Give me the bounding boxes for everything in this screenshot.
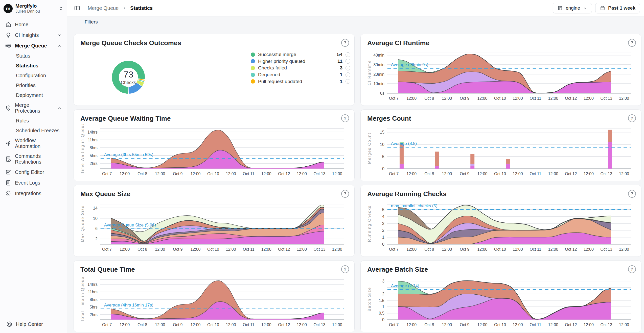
donut-slice-dequeued[interactable] — [141, 80, 141, 81]
donut-slice-higher-priority-queued[interactable] — [129, 85, 139, 90]
sidebar-item-label: Home — [15, 22, 28, 28]
help-icon[interactable] — [341, 265, 349, 273]
svg-text:12:00: 12:00 — [513, 323, 523, 327]
svg-text:12:00: 12:00 — [297, 323, 307, 327]
svg-text:5hrs: 5hrs — [90, 153, 98, 158]
donut-slice-checks-failed[interactable] — [139, 82, 141, 84]
filters-bar[interactable]: Filters — [67, 16, 644, 28]
svg-text:12:00: 12:00 — [406, 247, 417, 251]
mergify-logo-icon: m — [4, 4, 13, 13]
svg-text:12:00: 12:00 — [584, 172, 594, 176]
help-icon[interactable] — [341, 114, 349, 122]
chevron-down-icon — [57, 33, 62, 38]
svg-text:12:00: 12:00 — [513, 172, 523, 176]
sidebar-item-label: Scheduled Freezes — [16, 128, 59, 134]
svg-text:Oct 11: Oct 11 — [530, 96, 541, 100]
sidebar-item-label: Configuration — [16, 73, 46, 79]
svg-text:12:00: 12:00 — [261, 247, 271, 251]
help-center-link[interactable]: Help Center — [0, 315, 67, 333]
sidebar-item-configuration[interactable]: Configuration — [3, 71, 64, 81]
svg-text:12:00: 12:00 — [548, 323, 558, 327]
info-icon[interactable] — [346, 59, 350, 64]
svg-text:Merges Count: Merges Count — [367, 133, 372, 164]
sidebar-item-deployment[interactable]: Deployment — [3, 90, 64, 100]
svg-text:Oct 7: Oct 7 — [102, 172, 112, 176]
svg-text:12:00: 12:00 — [120, 323, 130, 327]
sidebar-nav: HomeCI InsightsMerge QueueStatusStatisti… — [0, 16, 67, 199]
help-icon[interactable] — [341, 39, 349, 47]
chevron-right-icon — [122, 6, 127, 10]
batch-size-chart[interactable]: 00.511.523Oct 712:00Oct 812:00Oct 912:00… — [367, 275, 635, 330]
time-range-button[interactable]: Past 1 week — [595, 3, 640, 13]
legend-item-dequeued[interactable]: Dequeued1 — [251, 71, 350, 78]
merges-count-chart[interactable]: 051015Oct 712:00Oct 812:00Oct 912:00Oct … — [367, 124, 635, 180]
svg-text:2hrs: 2hrs — [90, 313, 98, 317]
sidebar-item-home[interactable]: Home — [3, 19, 64, 30]
legend-item-higher-priority-queued[interactable]: Higher priority queued11 — [251, 58, 350, 65]
sidebar-item-event-logs[interactable]: Event Logs — [3, 177, 64, 188]
shield-icon — [5, 105, 12, 111]
sidebar-item-merge-queue[interactable]: Merge Queue — [3, 40, 64, 51]
svg-text:10: 10 — [380, 142, 384, 147]
sidebar-item-statistics[interactable]: Statistics — [3, 61, 64, 71]
legend-item-checks-failed[interactable]: Checks failed3 — [251, 65, 350, 71]
info-icon[interactable] — [346, 79, 350, 84]
help-icon[interactable] — [628, 39, 636, 47]
legend-item-successful-merge[interactable]: Successful merge54 — [251, 51, 350, 58]
queue-waiting-time-chart[interactable]: 2hrs5hrs8hrs11hrs14hrsOct 712:00Oct 812:… — [80, 124, 348, 180]
sidebar-toggle-icon[interactable] — [74, 5, 80, 11]
sidebar-item-workflow-automation[interactable]: Workflow Automation — [3, 136, 64, 151]
svg-text:Oct 9: Oct 9 — [173, 323, 182, 327]
svg-text:12:00: 12:00 — [190, 323, 200, 327]
svg-text:Oct 13: Oct 13 — [600, 96, 612, 100]
svg-text:12:00: 12:00 — [226, 323, 236, 327]
legend-item-pull-request-updated[interactable]: Pull request updated1 — [251, 78, 350, 85]
breadcrumb-parent[interactable]: Merge Queue — [88, 5, 119, 11]
svg-text:0.5: 0.5 — [379, 311, 384, 315]
ci-runtime-chart[interactable]: 0s10min20min30min40minOct 712:00Oct 812:… — [367, 49, 635, 104]
svg-text:12:00: 12:00 — [226, 247, 236, 251]
info-icon[interactable] — [346, 52, 350, 57]
org-switcher[interactable]: m Mergifyio Julien Danjou — [0, 0, 67, 16]
info-icon[interactable] — [346, 66, 350, 70]
total-queue-time-chart[interactable]: 2hrs5hrs8hrs11hrs14hrsOct 712:00Oct 812:… — [80, 275, 348, 330]
svg-text:12:00: 12:00 — [332, 172, 342, 176]
info-icon[interactable] — [346, 72, 350, 77]
chevron-down-icon — [583, 6, 587, 10]
chevron-updown-icon — [58, 6, 64, 11]
donut-slice-pull-request-updated[interactable] — [141, 79, 141, 80]
sidebar-item-config-editor[interactable]: Config Editor — [3, 167, 64, 177]
sidebar-item-integrations[interactable]: Integrations — [3, 188, 64, 199]
sidebar-item-scheduled-freezes[interactable]: Scheduled Freezes — [3, 126, 64, 136]
svg-text:12:00: 12:00 — [120, 247, 130, 251]
svg-text:12:00: 12:00 — [155, 247, 165, 251]
panel-average-batch-size: Average Batch Size 00.511.523Oct 712:00O… — [360, 260, 641, 332]
help-icon[interactable] — [628, 190, 636, 198]
sidebar-item-commands-restrictions[interactable]: Commands Restrictions — [3, 151, 64, 167]
queue-icon — [5, 42, 12, 49]
svg-text:Oct 11: Oct 11 — [243, 172, 255, 176]
help-icon[interactable] — [628, 265, 636, 273]
running-checks-chart[interactable]: 012345Oct 712:00Oct 812:00Oct 912:00Oct … — [367, 200, 635, 255]
svg-text:Average (3hrs 55min 59s): Average (3hrs 55min 59s) — [104, 152, 153, 157]
svg-text:12:00: 12:00 — [442, 96, 452, 100]
filter-icon — [76, 19, 81, 25]
sidebar-item-ci-insights[interactable]: CI Insights — [3, 30, 64, 40]
svg-text:Oct 7: Oct 7 — [389, 96, 399, 100]
max-queue-size-chart[interactable]: 261014Oct 712:00Oct 812:00Oct 912:00Oct … — [80, 200, 348, 255]
svg-text:Oct 12: Oct 12 — [278, 172, 290, 176]
checks-outcomes-donut[interactable]: 73 Checks — [112, 61, 145, 94]
legend-label: Successful merge — [258, 52, 296, 57]
sidebar-item-priorities[interactable]: Priorities — [3, 81, 64, 90]
sidebar-item-rules[interactable]: Rules — [3, 116, 64, 126]
svg-text:5: 5 — [382, 208, 384, 212]
sidebar-item-merge-protections[interactable]: Merge Protections — [3, 100, 64, 116]
svg-text:Oct 12: Oct 12 — [565, 172, 577, 176]
svg-text:Oct 9: Oct 9 — [173, 172, 182, 176]
help-icon[interactable] — [341, 190, 349, 198]
repository-selector[interactable]: engine — [553, 3, 592, 13]
sidebar-item-status[interactable]: Status — [3, 51, 64, 61]
help-icon[interactable] — [628, 114, 636, 122]
legend-count: 11 — [337, 59, 342, 64]
svg-text:5hrs: 5hrs — [90, 305, 98, 309]
